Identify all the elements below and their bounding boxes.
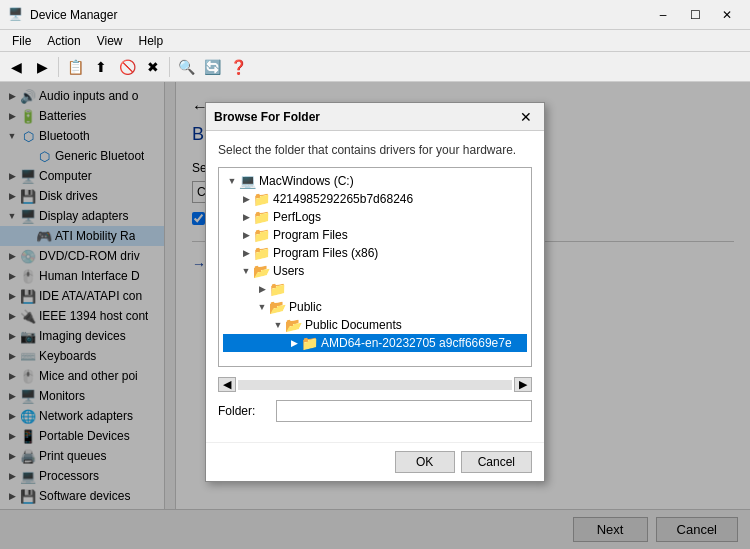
folder-amd[interactable]: ▶ 📁 AMD64-en-20232705 a9cff6669e7e	[223, 334, 527, 352]
toolbar-sep-1	[58, 57, 59, 77]
perflogs-expand: ▶	[239, 212, 253, 222]
title-bar-controls: – ☐ ✕	[648, 5, 742, 25]
cancel-dialog-button[interactable]: Cancel	[461, 451, 532, 473]
forward-button[interactable]: ▶	[30, 55, 54, 79]
amd-expand: ▶	[287, 338, 301, 348]
folder-users[interactable]: ▼ 📂 Users	[223, 262, 527, 280]
folder-public[interactable]: ▼ 📂 Public	[223, 298, 527, 316]
uninstall-button[interactable]: ✖	[141, 55, 165, 79]
scroll-right-btn[interactable]: ▶	[514, 377, 532, 392]
macwindows-expand: ▼	[225, 176, 239, 186]
amd-folder-icon: 📁	[301, 335, 318, 351]
close-button[interactable]: ✕	[712, 5, 742, 25]
title-bar-title: Device Manager	[30, 8, 648, 22]
folder-public-documents[interactable]: ▼ 📂 Public Documents	[223, 316, 527, 334]
minimize-button[interactable]: –	[648, 5, 678, 25]
folder-program-files[interactable]: ▶ 📁 Program Files	[223, 226, 527, 244]
public-docs-expand: ▼	[271, 320, 285, 330]
menu-help[interactable]: Help	[131, 32, 172, 50]
users-folder-icon: 📂	[253, 263, 270, 279]
folder-perflogs[interactable]: ▶ 📁 PerfLogs	[223, 208, 527, 226]
pfx86-icon: 📁	[253, 245, 270, 261]
drive-icon: 💻	[239, 173, 256, 189]
maximize-button[interactable]: ☐	[680, 5, 710, 25]
help-button[interactable]: ❓	[226, 55, 250, 79]
public-expand: ▼	[255, 302, 269, 312]
perflogs-icon: 📁	[253, 209, 270, 225]
browse-folder-dialog: Browse For Folder ✕ Select the folder th…	[205, 102, 545, 482]
pf-label: Program Files	[273, 228, 348, 242]
public-label: Public	[289, 300, 322, 314]
scroll-left-btn[interactable]: ◀	[218, 377, 236, 392]
users-label: Users	[273, 264, 304, 278]
dialog-body: Select the folder that contains drivers …	[206, 131, 544, 442]
dialog-overlay: Browse For Folder ✕ Select the folder th…	[0, 82, 750, 549]
hash-expand: ▶	[239, 194, 253, 204]
public-docs-icon: 📂	[285, 317, 302, 333]
folder-input[interactable]	[276, 400, 532, 422]
properties-button[interactable]: 📋	[63, 55, 87, 79]
folder-tree[interactable]: ▼ 💻 MacWindows (C:) ▶ 📁 4214985292265b7d…	[218, 167, 532, 367]
public-icon: 📂	[269, 299, 286, 315]
folder-macwindows[interactable]: ▼ 💻 MacWindows (C:)	[223, 172, 527, 190]
pf-icon: 📁	[253, 227, 270, 243]
hash-label: 4214985292265b7d68246	[273, 192, 413, 206]
pfx86-label: Program Files (x86)	[273, 246, 378, 260]
folder-program-files-x86[interactable]: ▶ 📁 Program Files (x86)	[223, 244, 527, 262]
folder-hash[interactable]: ▶ 📁 4214985292265b7d68246	[223, 190, 527, 208]
ok-button[interactable]: OK	[395, 451, 455, 473]
dialog-footer: OK Cancel	[206, 442, 544, 481]
menu-action[interactable]: Action	[39, 32, 88, 50]
toolbar-sep-2	[169, 57, 170, 77]
scroll-indicator: ◀ ▶	[218, 377, 532, 392]
dialog-title-bar: Browse For Folder ✕	[206, 103, 544, 131]
folder-input-row: Folder:	[218, 400, 532, 422]
dialog-description: Select the folder that contains drivers …	[218, 143, 532, 157]
menu-bar: File Action View Help	[0, 30, 750, 52]
hash-folder-icon: 📁	[253, 191, 270, 207]
dialog-title: Browse For Folder	[214, 110, 516, 124]
main-area: ▶ 🔊 Audio inputs and o ▶ 🔋 Batteries ▼ ⬡…	[0, 82, 750, 549]
app-icon: 🖥️	[8, 7, 24, 23]
users-expand: ▼	[239, 266, 253, 276]
user-sub-expand: ▶	[255, 284, 269, 294]
pf-expand: ▶	[239, 230, 253, 240]
update-driver-button[interactable]: ⬆	[89, 55, 113, 79]
menu-file[interactable]: File	[4, 32, 39, 50]
toolbar: ◀ ▶ 📋 ⬆ 🚫 ✖ 🔍 🔄 ❓	[0, 52, 750, 82]
pfx86-expand: ▶	[239, 248, 253, 258]
perflogs-label: PerfLogs	[273, 210, 321, 224]
scan-button[interactable]: 🔍	[174, 55, 198, 79]
disable-button[interactable]: 🚫	[115, 55, 139, 79]
back-button[interactable]: ◀	[4, 55, 28, 79]
dialog-close-button[interactable]: ✕	[516, 107, 536, 127]
folder-user-sub[interactable]: ▶ 📁	[223, 280, 527, 298]
refresh-button[interactable]: 🔄	[200, 55, 224, 79]
user-sub-icon: 📁	[269, 281, 286, 297]
folder-label: Folder:	[218, 404, 268, 418]
macwindows-label: MacWindows (C:)	[259, 174, 354, 188]
public-docs-label: Public Documents	[305, 318, 402, 332]
title-bar: 🖥️ Device Manager – ☐ ✕	[0, 0, 750, 30]
amd-label: AMD64-en-20232705 a9cff6669e7e	[321, 336, 512, 350]
menu-view[interactable]: View	[89, 32, 131, 50]
